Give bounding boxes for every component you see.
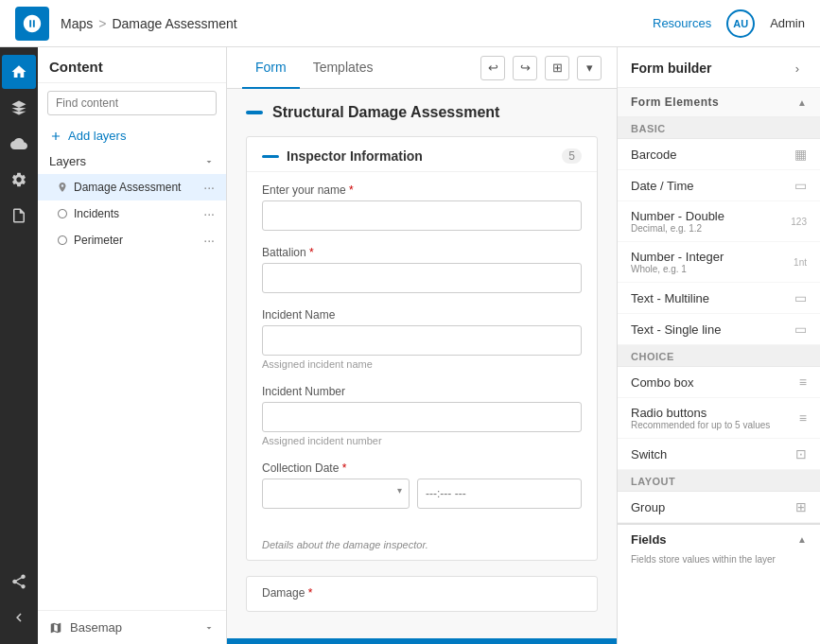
grid-icon[interactable]: ⊞ xyxy=(545,56,569,80)
fe-radio-label: Radio buttons xyxy=(631,406,770,420)
main-layout: Content Add layers Layers Damage Assessm… xyxy=(0,47,820,644)
section-body: Enter your name * Battalion * xyxy=(247,172,597,535)
form-builder-title: Form builder xyxy=(631,61,712,76)
fe-number-double[interactable]: Number - Double Decimal, e.g. 1.2 123 xyxy=(618,201,820,242)
field-incident-number-hint: Assigned incident number xyxy=(262,435,582,446)
right-panel: Form builder › Form Elements ▲ BASIC Bar… xyxy=(617,47,820,644)
fe-number-double-label: Number - Double xyxy=(631,209,724,223)
topbar: Maps > Damage Assessment Resources AU Ad… xyxy=(0,0,820,47)
field-incident-number-input[interactable] xyxy=(262,402,582,432)
text-multiline-icon: ▭ xyxy=(794,290,807,305)
date-select[interactable] xyxy=(262,479,410,509)
resources-link[interactable]: Resources xyxy=(653,16,711,30)
form-title: Structural Damage Assessment xyxy=(272,104,499,121)
form-scroll[interactable]: Structural Damage Assessment Inspector I… xyxy=(227,89,617,638)
fields-chevron: ▲ xyxy=(797,534,807,545)
switch-icon: ⊡ xyxy=(795,446,807,461)
breadcrumb-current: Damage Assessment xyxy=(112,16,236,31)
sidebar-item-incidents[interactable]: Incidents ··· xyxy=(38,200,226,227)
fe-datetime-info: Date / Time xyxy=(631,179,693,193)
incidents-more-icon[interactable]: ··· xyxy=(203,206,215,221)
sidebar-item-damage-assessment[interactable]: Damage Assessment ··· xyxy=(38,174,226,200)
group-icon: ⊞ xyxy=(795,499,807,514)
form-area: Form Templates ↩ ↪ ⊞ ▾ Structural Damage… xyxy=(227,47,617,644)
fe-text-singleline[interactable]: Text - Single line ▭ xyxy=(618,314,820,345)
nav-settings[interactable] xyxy=(2,163,36,197)
avatar[interactable]: AU xyxy=(726,9,755,38)
tab-form[interactable]: Form xyxy=(242,47,300,89)
incidents-label: Incidents xyxy=(74,207,119,220)
fields-subtitle: Fields store values within the layer xyxy=(618,554,820,570)
sidebar: Content Add layers Layers Damage Assessm… xyxy=(38,47,227,644)
sidebar-title: Content xyxy=(38,47,226,83)
basemap-footer[interactable]: Basemap xyxy=(38,610,226,644)
barcode-icon: ▦ xyxy=(794,147,807,162)
field-incident-name-input[interactable] xyxy=(262,325,582,356)
right-panel-scroll[interactable]: Form Elements ▲ BASIC Barcode ▦ Date / T… xyxy=(618,88,820,644)
fe-text-singleline-info: Text - Single line xyxy=(631,322,721,337)
fe-radio[interactable]: Radio buttons Recommended for up to 5 va… xyxy=(618,398,820,439)
nav-collapse[interactable] xyxy=(2,600,36,635)
section-header: Inspector Information 5 xyxy=(247,137,597,172)
sidebar-item-left: Perimeter xyxy=(57,234,123,247)
fe-number-double-sub: Decimal, e.g. 1.2 xyxy=(631,223,724,234)
breadcrumb: Maps > Damage Assessment xyxy=(61,16,237,31)
tab-templates[interactable]: Templates xyxy=(300,47,387,89)
redo-icon[interactable]: ↪ xyxy=(513,56,537,80)
number-integer-icon: 1nt xyxy=(794,257,807,268)
perimeter-more-icon[interactable]: ··· xyxy=(203,233,215,248)
breadcrumb-separator: > xyxy=(98,16,106,31)
form-elements-title: Form Elements xyxy=(631,96,719,109)
nav-layers[interactable] xyxy=(2,91,36,125)
fe-number-integer[interactable]: Number - Integer Whole, e.g. 1 1nt xyxy=(618,242,820,283)
fe-barcode-label: Barcode xyxy=(631,148,676,162)
fe-text-multiline-label: Text - Multiline xyxy=(631,291,709,305)
iconbar-bottom xyxy=(2,565,36,644)
nav-cloud[interactable] xyxy=(2,127,36,161)
field-battalion: Battalion * xyxy=(262,246,582,293)
fe-number-integer-sub: Whole, e.g. 1 xyxy=(631,264,724,274)
fe-datetime[interactable]: Date / Time ▭ xyxy=(618,170,820,201)
fe-switch-label: Switch xyxy=(631,447,667,461)
layers-section[interactable]: Layers xyxy=(38,148,226,174)
nav-share[interactable] xyxy=(2,565,36,599)
fields-header[interactable]: Fields ▲ xyxy=(618,525,820,554)
field-battalion-input[interactable] xyxy=(262,263,582,293)
undo-icon[interactable]: ↩ xyxy=(480,56,505,80)
add-layers-button[interactable]: Add layers xyxy=(38,123,226,148)
search-input[interactable] xyxy=(47,91,217,115)
fe-text-multiline[interactable]: Text - Multiline ▭ xyxy=(618,283,820,314)
layout-group-header: LAYOUT xyxy=(618,470,820,492)
fe-number-double-info: Number - Double Decimal, e.g. 1.2 xyxy=(631,209,724,234)
datetime-icon: ▭ xyxy=(794,178,807,193)
fe-barcode[interactable]: Barcode ▦ xyxy=(618,139,820,170)
nav-home[interactable] xyxy=(2,55,36,89)
fe-group[interactable]: Group ⊞ xyxy=(618,492,820,523)
field-incident-name: Incident Name Assigned incident name xyxy=(262,308,582,370)
admin-menu[interactable]: Admin xyxy=(770,16,805,30)
breadcrumb-maps[interactable]: Maps xyxy=(61,16,93,31)
elements-chevron: ▲ xyxy=(797,97,807,108)
field-name-input[interactable] xyxy=(262,200,582,231)
field-name: Enter your name * xyxy=(262,183,582,231)
field-collection-date-label: Collection Date * xyxy=(262,461,582,475)
fe-combobox[interactable]: Combo box ≡ xyxy=(618,367,820,398)
more-options-icon[interactable]: ··· xyxy=(203,180,215,195)
form-elements-header[interactable]: Form Elements ▲ xyxy=(618,88,820,117)
more-icon[interactable]: ▾ xyxy=(577,56,602,80)
right-panel-header: Form builder › xyxy=(618,47,820,88)
logo[interactable] xyxy=(15,7,49,41)
fe-datetime-label: Date / Time xyxy=(631,179,693,193)
sidebar-item-perimeter[interactable]: Perimeter ··· xyxy=(38,227,226,253)
panel-toggle[interactable]: › xyxy=(788,59,807,78)
field-name-label: Enter your name * xyxy=(262,183,582,197)
form-content: Structural Damage Assessment Inspector I… xyxy=(227,89,617,638)
section-bar xyxy=(262,155,279,158)
nav-forms[interactable] xyxy=(2,199,36,233)
fe-switch[interactable]: Switch ⊡ xyxy=(618,439,820,470)
section-title: Inspector Information xyxy=(287,148,554,164)
time-input[interactable] xyxy=(417,479,582,509)
sidebar-item-left: Damage Assessment xyxy=(57,181,181,194)
field-incident-name-label: Incident Name xyxy=(262,308,582,322)
topbar-right: Resources AU Admin xyxy=(653,9,805,38)
